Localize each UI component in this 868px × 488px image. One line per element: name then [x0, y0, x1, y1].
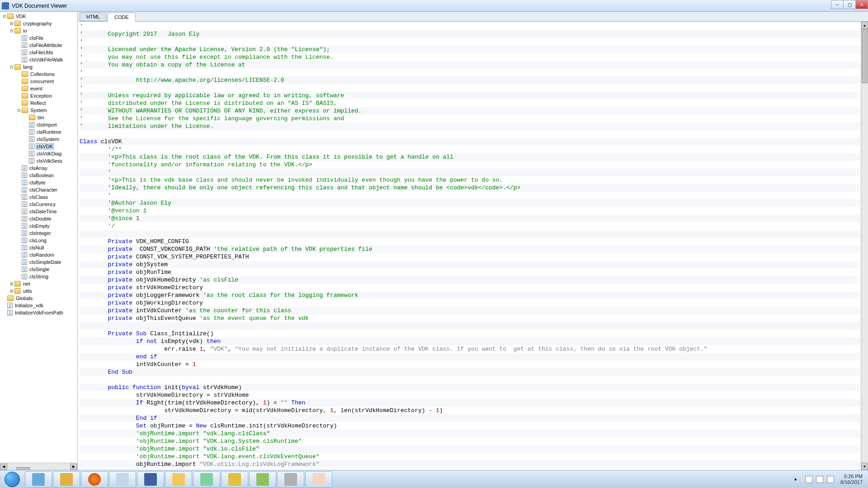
expander-icon[interactable]: ⊟	[16, 108, 22, 113]
tab-code[interactable]: CODE	[108, 13, 136, 22]
file-icon	[22, 230, 27, 236]
expander-icon[interactable]: ⊟	[9, 65, 14, 69]
code-line: ' you may not use this file except in co…	[80, 53, 866, 61]
folder-icon	[22, 108, 28, 113]
tree-item-clsrandom[interactable]: clsRandom	[0, 251, 77, 258]
tree-item-label: clsBoolean	[28, 173, 55, 178]
folder-icon	[14, 64, 21, 70]
tree-item-clsvdkdiag[interactable]: clsVdkDiag	[0, 150, 77, 157]
tree-item-bin[interactable]: bin	[0, 114, 77, 121]
tree-item-clssystem[interactable]: clsSystem	[0, 136, 77, 143]
tree-item-reflect[interactable]: Reflect	[0, 99, 77, 107]
tree-item-collections[interactable]: Collections	[0, 70, 77, 78]
tray-network-icon[interactable]	[805, 476, 812, 483]
tray-volume-icon[interactable]	[816, 476, 823, 483]
folder-icon	[14, 28, 21, 33]
taskbar-app-folder[interactable]	[165, 471, 192, 488]
tree-item-clsboolean[interactable]: clsBoolean	[0, 172, 77, 179]
tree-item-clsfileutils[interactable]: clsFileUtils	[0, 49, 77, 56]
tree-item-clsempty[interactable]: clsEmpty	[0, 222, 77, 230]
tree-item-clslong[interactable]: clsLong	[0, 237, 77, 244]
file-icon	[22, 165, 27, 171]
taskbar-app-6[interactable]	[249, 471, 276, 488]
code-line: ' http://www.apache.org/licenses/LICENSE…	[80, 76, 866, 84]
scroll-track[interactable]	[861, 29, 868, 463]
tree-item-clsstring[interactable]: clsString	[0, 273, 77, 280]
tree-item-clsvdksess[interactable]: clsVdkSess	[0, 157, 77, 164]
tray-show-hidden-icon[interactable]: ▴	[794, 476, 802, 483]
expander-icon[interactable]: ⊞	[9, 282, 14, 286]
tray-action-center-icon[interactable]	[827, 476, 834, 483]
scroll-right-icon[interactable]: ▶	[70, 464, 77, 470]
tree-item-clsruntime[interactable]: clsRuntime	[0, 128, 77, 136]
taskbar-app-2[interactable]	[53, 471, 80, 488]
tree-item-vdk[interactable]: ⊟VDK	[0, 13, 77, 20]
expander-icon[interactable]: ⊞	[9, 289, 14, 293]
tree-item-clsvdk[interactable]: clsVDK	[0, 143, 77, 150]
tree-item-system[interactable]: ⊟System	[0, 107, 77, 114]
tree-item-event[interactable]: event	[0, 85, 77, 92]
tree-item-io[interactable]: ⊟io	[0, 27, 77, 34]
tree-item-net[interactable]: ⊞net	[0, 280, 77, 287]
tree-item-clscharacter[interactable]: clsCharacter	[0, 186, 77, 193]
tree-item-clsclass[interactable]: clsClass	[0, 193, 77, 201]
file-icon	[22, 223, 27, 229]
taskbar-app-1[interactable]	[25, 471, 52, 488]
maximize-button[interactable]: ▢	[843, 0, 856, 9]
tree-item-exception[interactable]: Exception	[0, 92, 77, 99]
tree-item-clsfileattribute[interactable]: clsFileAttribute	[0, 42, 77, 49]
tree-item-cryptography[interactable]: ⊞cryptography	[0, 20, 77, 27]
expander-icon[interactable]: ⊟	[2, 14, 7, 19]
code-vertical-scrollbar[interactable]: ▲ ▼	[861, 22, 868, 470]
scroll-left-icon[interactable]: ◀	[0, 464, 7, 470]
tree-item-label: clsString	[28, 274, 49, 279]
tree-item-label: event	[29, 86, 43, 91]
start-button[interactable]	[0, 470, 24, 488]
tree-item-clsarray[interactable]: clsArray	[0, 164, 77, 172]
tree-item-clsnull[interactable]: clsNull	[0, 244, 77, 251]
tree-item-clsinteger[interactable]: clsInteger	[0, 230, 77, 237]
tree-item-clscurrency[interactable]: clsCurrency	[0, 201, 77, 208]
taskbar-clock[interactable]: 5:26 PM 8/16/2017	[838, 474, 865, 485]
taskbar-app-paint[interactable]	[305, 471, 332, 488]
tree-item-concurrent[interactable]: concurrent	[0, 78, 77, 85]
tree-item-clsvdkfilewalk[interactable]: clsVdkFileWalk	[0, 56, 77, 63]
code-line	[80, 376, 866, 384]
minimize-button[interactable]: ─	[831, 0, 844, 9]
taskbar-app-4[interactable]	[193, 471, 220, 488]
code-line: '	[80, 38, 866, 46]
tree-item-clssingle[interactable]: clsSingle	[0, 266, 77, 273]
tree-item-clsimport[interactable]: clsImport	[0, 121, 77, 128]
code-view[interactable]: '' Copyright 2017 Jason Ely'' Licensed u…	[78, 22, 868, 470]
expander-icon[interactable]: ⊞	[9, 21, 14, 26]
code-line: 'objRuntime.import "vdk.lang.clsClass"	[80, 430, 866, 437]
scroll-thumb[interactable]	[862, 29, 868, 83]
taskbar-app-settings[interactable]	[277, 471, 304, 488]
taskbar-app-firefox[interactable]	[81, 471, 108, 488]
tree-item-globals[interactable]: Globals	[0, 295, 77, 302]
tree-item-clsdouble[interactable]: clsDouble	[0, 215, 77, 222]
tab-html[interactable]: HTML	[80, 12, 107, 21]
windows-orb-icon	[5, 472, 20, 487]
tree-content[interactable]: ⊟VDK⊞cryptography⊟ioclsFileclsFileAttrib…	[0, 12, 77, 463]
tree-item-lang[interactable]: ⊟lang	[0, 63, 77, 70]
scroll-up-icon[interactable]: ▲	[861, 22, 868, 29]
taskbar-app-3[interactable]	[137, 471, 164, 488]
taskbar-app-5[interactable]	[221, 471, 248, 488]
tree-item-clsbyte[interactable]: clsByte	[0, 179, 77, 186]
tree-item-clssimpledate[interactable]: clsSimpleDate	[0, 258, 77, 266]
code-line: 'Ideally, there should be only one objec…	[80, 184, 866, 192]
tree-item-clsdatetime[interactable]: clsDateTime	[0, 208, 77, 215]
tree-item-clsfile[interactable]: clsFile	[0, 34, 77, 42]
close-button[interactable]: ✕	[855, 0, 868, 9]
tree-item-utils[interactable]: ⊞utils	[0, 287, 77, 295]
tree-item-label: clsArray	[28, 165, 48, 171]
taskbar-app-explorer[interactable]	[109, 471, 136, 488]
tree-item-initializevdkfrompath[interactable]: InitializeVdkFromPath	[0, 309, 77, 316]
scroll-down-icon[interactable]: ▼	[861, 463, 868, 470]
tree-horizontal-scrollbar[interactable]: ◀ ▶	[0, 463, 77, 470]
tree-item-label: concurrent	[29, 79, 55, 84]
tree-item-initialize_vdk[interactable]: Initialize_vdk	[0, 302, 77, 309]
tabs-row: HTML CODE	[78, 12, 868, 22]
expander-icon[interactable]: ⊟	[9, 28, 14, 33]
